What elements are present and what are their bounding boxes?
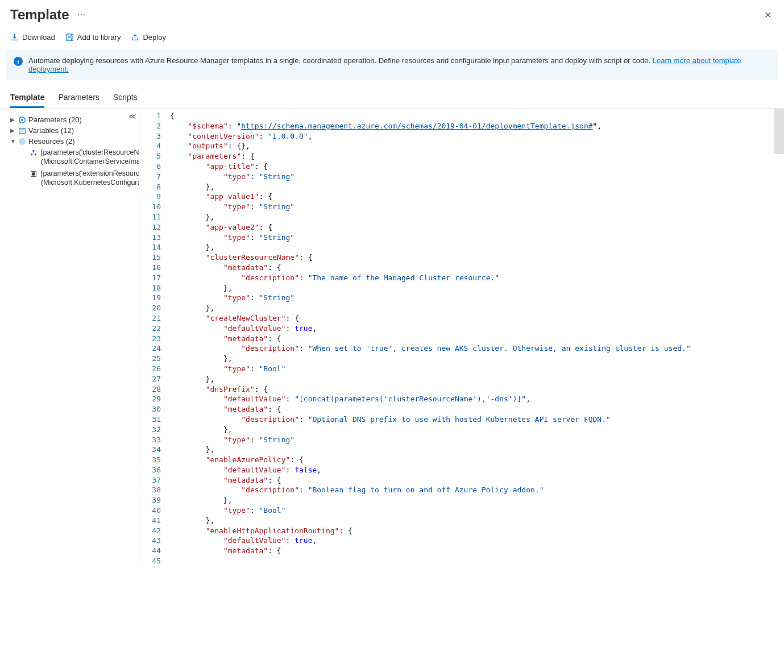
tab-template[interactable]: Template [10,88,44,108]
tree-resource-item[interactable]: [parameters('extensionResourceNa(Microso… [30,168,136,189]
info-banner: i Automate deploying resources with Azur… [6,49,778,80]
download-button[interactable]: Download [10,33,55,42]
svg-rect-0 [67,34,73,40]
deploy-button[interactable]: Deploy [131,33,165,42]
variables-icon [18,127,26,135]
code-editor[interactable]: 1234567891011121314151617181920212223242… [139,109,784,569]
tree-resources[interactable]: ▼ Resources (2) [10,136,136,147]
resources-icon [18,138,26,146]
close-icon[interactable]: ✕ [762,7,774,23]
resource-tree: ≪ ▶ Parameters (20) ▶ Variables (12) ▼ R… [0,109,139,569]
add-to-library-button[interactable]: Add to library [65,33,121,42]
cluster-icon [30,149,38,157]
line-numbers: 1234567891011121314151617181920212223242… [139,109,167,569]
svg-point-4 [32,150,35,152]
save-icon [65,33,74,42]
chevron-down-icon: ▼ [10,138,16,144]
code-content[interactable]: { "$schema": "https://schema.management.… [167,109,784,569]
scrollbar[interactable] [774,109,784,154]
svg-rect-8 [32,172,35,175]
info-icon: i [14,57,23,66]
tree-variables[interactable]: ▶ Variables (12) [10,125,136,136]
collapse-sidebar-icon[interactable]: ≪ [128,112,136,121]
extension-icon [30,170,38,178]
deploy-icon [131,33,139,42]
chevron-right-icon: ▶ [10,127,16,134]
parameters-icon [18,116,26,124]
tree-parameters[interactable]: ▶ Parameters (20) [10,114,136,125]
chevron-right-icon: ▶ [10,117,16,123]
page-title: Template [10,7,69,23]
tab-scripts[interactable]: Scripts [113,88,138,108]
tree-resource-item[interactable]: [parameters('clusterResourceName(Microso… [30,147,136,168]
more-menu-icon[interactable]: ⋯ [77,10,85,19]
tab-parameters[interactable]: Parameters [58,88,99,108]
download-icon [10,33,19,42]
svg-point-2 [21,119,23,121]
svg-rect-3 [19,128,26,133]
